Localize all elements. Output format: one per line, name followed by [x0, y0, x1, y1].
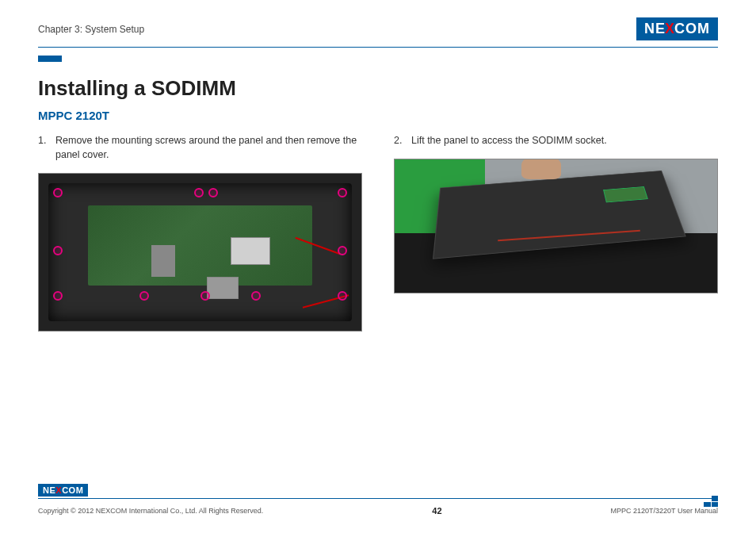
section-tab-marker	[38, 56, 62, 62]
step-2: 2. Lift the panel to access the SODIMM s…	[394, 133, 718, 148]
step-number: 1.	[38, 133, 49, 162]
page-header: Chapter 3: System Setup NEXCOM	[38, 17, 718, 45]
logo-part-right: COM	[674, 21, 710, 37]
step-number: 2.	[394, 133, 405, 148]
logo-part-left: NE	[644, 21, 666, 37]
figure-panel-screws	[38, 173, 362, 332]
header-rule	[38, 47, 718, 48]
figure-lift-panel	[394, 159, 718, 293]
manual-name: MPPC 2120T/3220T User Manual	[611, 507, 718, 515]
column-left: 1. Remove the mounting screws around the…	[38, 133, 362, 332]
step-text: Remove the mounting screws around the pa…	[55, 133, 362, 162]
page-footer: NEXCOM Copyright © 2012 NEXCOM Internati…	[38, 482, 718, 516]
step-1: 1. Remove the mounting screws around the…	[38, 133, 362, 162]
footer-rule	[38, 498, 718, 501]
brand-logo: NEXCOM	[636, 17, 718, 40]
page-title: Installing a SODIMM	[38, 76, 718, 101]
column-right: 2. Lift the panel to access the SODIMM s…	[394, 133, 718, 332]
page-subtitle: MPPC 2120T	[38, 109, 718, 122]
copyright-text: Copyright © 2012 NEXCOM International Co…	[38, 507, 263, 515]
content-columns: 1. Remove the mounting screws around the…	[38, 133, 718, 332]
page-number: 42	[432, 506, 441, 516]
footer-pattern-icon	[704, 496, 718, 507]
chapter-label: Chapter 3: System Setup	[38, 24, 144, 35]
step-text: Lift the panel to access the SODIMM sock…	[411, 133, 607, 148]
footer-logo: NEXCOM	[38, 484, 88, 497]
